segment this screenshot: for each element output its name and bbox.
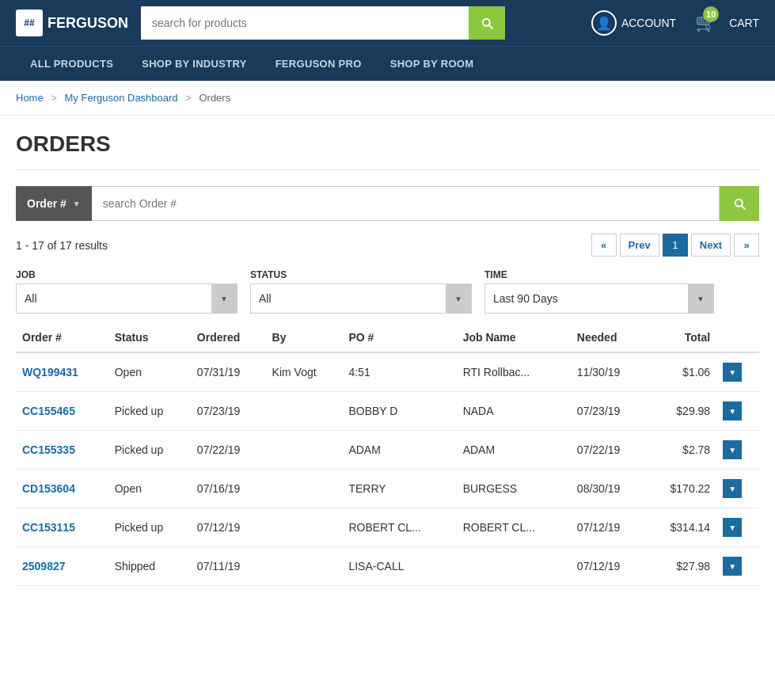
cell-po: LISA-CALL [342, 547, 456, 586]
dropdown-arrow-icon: ▼ [73, 200, 81, 208]
status-filter-select[interactable]: All [251, 284, 446, 313]
breadcrumb: Home > My Ferguson Dashboard > Orders [0, 81, 775, 116]
table-row: 2509827 Shipped 07/11/19 LISA-CALL 07/12… [16, 547, 759, 586]
cell-ordered: 07/12/19 [191, 508, 266, 547]
cell-status: Picked up [108, 392, 191, 431]
time-filter-wrap: Last 90 Days Last 30 Days Last 60 Days L… [484, 283, 714, 314]
cell-total: $1.06 [646, 352, 717, 392]
cell-ordered: 07/16/19 [191, 470, 266, 508]
cell-order-num: WQ199431 [16, 352, 108, 392]
row-expand-button[interactable]: ▼ [723, 363, 742, 382]
logo[interactable]: ## FERGUSON [16, 10, 128, 36]
pagination-prev[interactable]: Prev [620, 234, 659, 257]
cell-needed: 07/22/19 [571, 431, 646, 470]
col-total: Total [646, 323, 717, 352]
job-filter-label: JOB [16, 269, 237, 280]
row-expand-button[interactable]: ▼ [723, 401, 742, 420]
cell-total: $2.78 [646, 431, 717, 470]
cell-by [266, 470, 343, 508]
product-search-input[interactable] [141, 6, 469, 40]
cell-job-name: NADA [457, 392, 571, 431]
row-expand-button[interactable]: ▼ [723, 518, 742, 537]
row-expand-button[interactable]: ▼ [723, 479, 742, 498]
col-po: PO # [342, 323, 456, 352]
cell-expand: ▼ [716, 352, 759, 392]
cell-by [266, 392, 343, 431]
breadcrumb-sep2: > [185, 92, 192, 104]
order-link[interactable]: CD153604 [22, 482, 75, 495]
order-link[interactable]: CC155465 [22, 405, 75, 417]
product-search-button[interactable] [469, 6, 505, 40]
table-row: CC153115 Picked up 07/12/19 ROBERT CL...… [16, 508, 759, 547]
pagination-page-1[interactable]: 1 [663, 234, 688, 257]
order-search-row: Order # ▼ [16, 186, 759, 221]
cell-expand: ▼ [716, 547, 759, 586]
cell-needed: 07/12/19 [571, 508, 646, 547]
cell-total: $29.98 [646, 392, 717, 431]
product-search-bar [141, 6, 505, 40]
cell-ordered: 07/22/19 [191, 431, 266, 470]
breadcrumb-dashboard[interactable]: My Ferguson Dashboard [65, 92, 178, 104]
order-link[interactable]: 2509827 [22, 560, 66, 573]
cell-total: $170.22 [646, 470, 717, 508]
cell-job-name: ROBERT CL... [457, 508, 571, 547]
order-link[interactable]: CC153115 [22, 521, 75, 534]
order-search-button[interactable] [720, 186, 759, 221]
cart-badge: 10 [703, 6, 719, 22]
order-link[interactable]: WQ199431 [22, 366, 78, 379]
job-filter-group: JOB All ▼ [16, 269, 237, 314]
order-filter-label: Order # [27, 197, 66, 210]
cell-ordered: 07/23/19 [191, 392, 266, 431]
order-filter-dropdown[interactable]: Order # ▼ [16, 186, 92, 221]
pagination-last[interactable]: » [734, 234, 759, 257]
main-nav: ALL PRODUCTS SHOP BY INDUSTRY FERGUSON P… [0, 46, 775, 81]
cell-order-num: CC155335 [16, 431, 108, 470]
account-button[interactable]: 👤 ACCOUNT [591, 10, 676, 36]
nav-all-products[interactable]: ALL PRODUCTS [16, 47, 127, 81]
order-link[interactable]: CC155335 [22, 443, 75, 456]
pagination-first[interactable]: « [591, 234, 617, 257]
time-filter-select[interactable]: Last 90 Days Last 30 Days Last 60 Days L… [485, 284, 688, 313]
search-icon [480, 16, 494, 30]
cell-expand: ▼ [716, 392, 759, 431]
nav-shop-by-room[interactable]: SHOP BY ROOM [376, 47, 488, 81]
col-job-name: Job Name [457, 323, 571, 352]
cell-expand: ▼ [716, 508, 759, 547]
cell-status: Open [108, 352, 191, 392]
job-filter-select[interactable]: All [17, 284, 211, 313]
nav-shop-by-industry[interactable]: SHOP BY INDUSTRY [127, 47, 260, 81]
table-row: WQ199431 Open 07/31/19 Kim Vogt 4:51 RTI… [16, 352, 759, 392]
cell-order-num: CC155465 [16, 392, 108, 431]
cell-status: Picked up [108, 508, 191, 547]
time-filter-label: TIME [484, 269, 714, 280]
page-title: ORDERS [16, 131, 759, 157]
order-search-input[interactable] [92, 186, 720, 221]
cell-po: BOBBY D [342, 392, 456, 431]
cart-button[interactable]: 🛒 10 CART [695, 13, 759, 33]
orders-table: Order # Status Ordered By PO # Job Name … [16, 323, 759, 586]
search-icon [732, 196, 747, 211]
cell-by [266, 431, 343, 470]
cell-job-name: RTI Rollbac... [457, 352, 571, 392]
breadcrumb-sep1: > [51, 92, 57, 104]
breadcrumb-home[interactable]: Home [16, 92, 44, 104]
filters-row: JOB All ▼ STATUS All ▼ TIME Last 90 Days [16, 269, 759, 314]
row-expand-button[interactable]: ▼ [723, 557, 742, 576]
job-filter-wrap: All ▼ [16, 283, 237, 314]
cell-status: Shipped [108, 547, 191, 586]
cell-po: ADAM [342, 431, 456, 470]
col-expand [716, 323, 759, 352]
cell-order-num: 2509827 [16, 547, 108, 586]
time-filter-arrow-icon: ▼ [688, 284, 713, 313]
col-order-num: Order # [16, 323, 108, 352]
nav-ferguson-pro[interactable]: FERGUSON PRO [261, 47, 376, 81]
col-needed: Needed [571, 323, 646, 352]
logo-text: FERGUSON [47, 15, 128, 32]
cell-by [266, 508, 343, 547]
pagination-row: 1 - 17 of 17 results « Prev 1 Next » [16, 234, 759, 257]
orders-table-body: WQ199431 Open 07/31/19 Kim Vogt 4:51 RTI… [16, 352, 759, 586]
pagination-controls: « Prev 1 Next » [591, 234, 759, 257]
pagination-next[interactable]: Next [691, 234, 731, 257]
cell-order-num: CC153115 [16, 508, 108, 547]
row-expand-button[interactable]: ▼ [723, 440, 742, 459]
